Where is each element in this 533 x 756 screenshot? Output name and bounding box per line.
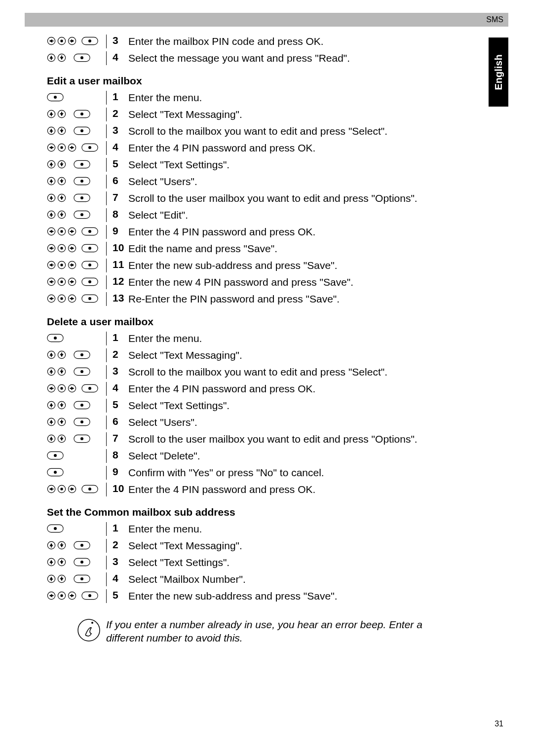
- step-number: 4: [113, 572, 128, 584]
- step-number: 2: [113, 108, 128, 119]
- step-icons: [47, 332, 106, 342]
- step-row: 8Select "Edit".: [47, 208, 469, 223]
- svg-point-15: [80, 113, 83, 115]
- svg-point-126: [60, 594, 63, 597]
- step-icons: [47, 365, 106, 376]
- svg-point-99: [80, 437, 83, 440]
- svg-point-101: [54, 454, 57, 457]
- step-row: 5Enter the new sub-address and press "Sa…: [47, 589, 469, 604]
- svg-point-53: [88, 247, 91, 250]
- header-bar: SMS: [25, 13, 508, 27]
- step-text: Select "Text Messaging".: [128, 539, 242, 553]
- step-row: 12Enter the new 4 PIN password and press…: [47, 275, 469, 290]
- svg-point-37: [80, 196, 83, 199]
- svg-point-62: [60, 280, 63, 283]
- step-number: 2: [113, 348, 128, 360]
- step-number: 3: [113, 35, 128, 46]
- step-icons: [47, 35, 106, 45]
- svg-point-84: [60, 387, 63, 389]
- step-text: Enter the new sub-address and press "Sav…: [128, 589, 337, 603]
- step-text: Enter the menu.: [128, 522, 202, 536]
- note-icon: [76, 618, 106, 644]
- step-row: 3Select "Text Settings".: [47, 556, 469, 570]
- step-row: 7Scroll to the user mailbox you want to …: [47, 191, 469, 206]
- heading-edit-mailbox: Edit a user mailbox: [47, 75, 469, 87]
- step-icons: [47, 432, 106, 443]
- step-row: 10Enter the 4 PIN password and press OK.: [47, 483, 469, 497]
- step-icons: [47, 51, 106, 62]
- step-row: 4Enter the 4 PIN password and press OK.: [47, 141, 469, 156]
- step-text: Enter the 4 PIN password and press OK.: [128, 225, 315, 239]
- step-row: 4Select "Mailbox Number".: [47, 572, 469, 587]
- svg-point-103: [54, 471, 57, 474]
- step-icons: [47, 483, 106, 493]
- step-row: 6Select "Users".: [47, 175, 469, 189]
- step-number: 1: [113, 91, 128, 103]
- step-row: 9Confirm with "Yes" or press "No" to can…: [47, 466, 469, 481]
- note-row: If you enter a number already in use, yo…: [76, 618, 454, 645]
- step-icons: [47, 175, 106, 186]
- step-number: 1: [113, 522, 128, 534]
- step-row: 10Edit the name and press "Save".: [47, 242, 469, 257]
- svg-point-87: [88, 387, 91, 390]
- step-number: 4: [113, 51, 128, 63]
- step-number: 13: [113, 292, 128, 304]
- step-text: Select "Edit".: [128, 208, 188, 222]
- step-number: 9: [113, 466, 128, 478]
- step-text: Scroll to the user mailbox you want to e…: [128, 191, 418, 205]
- svg-point-29: [80, 163, 83, 166]
- step-row: 6Select "Users".: [47, 416, 469, 430]
- svg-point-115: [80, 544, 83, 547]
- step-row: 11Enter the new sub-address and press "S…: [47, 259, 469, 273]
- step-text: Scroll to the mailbox you want to edit a…: [128, 124, 387, 138]
- svg-point-111: [54, 527, 57, 530]
- step-icons: [47, 539, 106, 550]
- step-text: Confirm with "Yes" or press "No" to canc…: [128, 466, 324, 480]
- page-number: 31: [495, 719, 503, 728]
- step-text: Scroll to the user mailbox you want to e…: [128, 432, 418, 446]
- step-text: Select "Text Messaging".: [128, 348, 242, 362]
- step-number: 12: [113, 275, 128, 287]
- step-text: Select "Text Settings".: [128, 399, 229, 413]
- page-content: 3Enter the mailbox PIN code and press OK…: [47, 35, 469, 645]
- step-text: Select "Text Messaging".: [128, 108, 242, 121]
- step-icons: [47, 242, 106, 253]
- step-number: 5: [113, 589, 128, 601]
- step-row: 7Scroll to the user mailbox you want to …: [47, 432, 469, 447]
- step-number: 2: [113, 539, 128, 551]
- step-row: 2Select "Text Messaging".: [47, 539, 469, 554]
- step-number: 6: [113, 175, 128, 187]
- svg-point-33: [80, 180, 83, 183]
- step-number: 5: [113, 399, 128, 411]
- svg-point-44: [60, 230, 63, 232]
- svg-point-131: [91, 622, 93, 624]
- svg-point-91: [80, 404, 83, 407]
- svg-point-9: [80, 56, 83, 59]
- step-row: 3Enter the mailbox PIN code and press OK…: [47, 35, 469, 49]
- svg-point-5: [88, 39, 91, 42]
- step-number: 3: [113, 365, 128, 377]
- step-number: 8: [113, 208, 128, 220]
- heading-delete-mailbox: Delete a user mailbox: [47, 316, 469, 328]
- step-text: Select "Mailbox Number".: [128, 572, 246, 586]
- step-number: 3: [113, 556, 128, 567]
- step-row: 5Select "Text Settings".: [47, 399, 469, 414]
- step-text: Enter the mailbox PIN code and press OK.: [128, 35, 324, 48]
- step-number: 5: [113, 158, 128, 170]
- step-row: 1Enter the menu.: [47, 522, 469, 537]
- svg-point-2: [60, 39, 63, 42]
- step-row: 2Select "Text Messaging".: [47, 108, 469, 122]
- svg-point-11: [54, 96, 57, 99]
- svg-point-47: [88, 230, 91, 233]
- step-number: 4: [113, 382, 128, 394]
- svg-point-95: [80, 420, 83, 423]
- svg-point-119: [80, 561, 83, 564]
- step-icons: [47, 158, 106, 169]
- step-text: Enter the new sub-address and press "Sav…: [128, 259, 337, 272]
- step-icons: [47, 556, 106, 567]
- step-text: Re-Enter the PIN password and press "Sav…: [128, 292, 340, 306]
- svg-point-41: [80, 213, 83, 216]
- heading-common-mailbox: Set the Common mailbox sub address: [47, 506, 469, 518]
- svg-point-123: [80, 577, 83, 580]
- svg-point-65: [88, 280, 91, 283]
